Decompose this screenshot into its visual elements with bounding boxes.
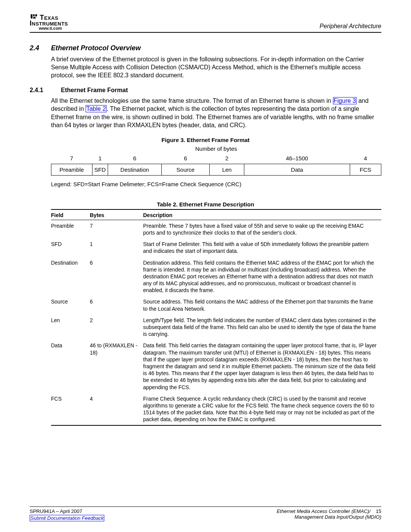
header-section-label: Peripheral Architecture xyxy=(320,23,381,30)
link-figure-3[interactable]: Figure 3 xyxy=(333,97,357,104)
table-row: Preamble 7 Preamble. These 7 bytes have … xyxy=(51,220,381,238)
frame-bytes-row: 7 1 6 6 2 46–1500 4 xyxy=(51,153,381,164)
bytes-0: 7 xyxy=(51,153,92,164)
bytes-5: 46–1500 xyxy=(244,153,350,164)
link-table-2[interactable]: Table 2 xyxy=(86,105,107,112)
cell-bytes: 4 xyxy=(90,393,143,426)
section-heading: 2.4 Ethernet Protocol Overview xyxy=(30,44,381,52)
table-row: Source 6 Source address. This field cont… xyxy=(51,296,381,314)
cell-bytes: 7 xyxy=(90,220,143,238)
bytes-4: 2 xyxy=(210,153,244,164)
cell-desc: Destination address. This field contains… xyxy=(143,257,381,296)
footer-rule xyxy=(30,506,381,507)
figure-frame: Number of bytes 7 1 6 6 2 46–1500 4 Prea… xyxy=(51,145,381,176)
bytes-2: 6 xyxy=(108,153,161,164)
cell-data: Data xyxy=(244,164,350,175)
desc-table: Field Bytes Description Preamble 7 Pream… xyxy=(51,209,381,426)
figure-legend: Legend: SFD=Start Frame Delimeter; FCS=F… xyxy=(51,181,381,187)
cell-field: Destination xyxy=(51,257,90,296)
figure-title: Figure 3. Ethernet Frame Format xyxy=(30,137,381,143)
cell-field: Source xyxy=(51,296,90,314)
subsection-number: 2.4.1 xyxy=(30,87,50,94)
cell-field: Preamble xyxy=(51,220,90,238)
bytes-1: 1 xyxy=(92,153,108,164)
footer-title-2: Management Data Input/Output (MDIO) xyxy=(295,514,381,520)
section-number: 2.4 xyxy=(30,44,44,52)
th-bytes: Bytes xyxy=(90,209,143,220)
text-pre: All the Ethernet technologies use the sa… xyxy=(51,97,333,104)
section-title: Ethernet Protocol Overview xyxy=(51,44,141,52)
frame-table: 7 1 6 6 2 46–1500 4 Preamble SFD Destina… xyxy=(51,153,381,176)
table-header-row: Field Bytes Description xyxy=(51,209,381,220)
cell-field: Len xyxy=(51,315,90,340)
cell-desc: Preamble. These 7 bytes have a fixed val… xyxy=(143,220,381,238)
cell-desc: Source address. This field contains the … xyxy=(143,296,381,314)
cell-desc: Length/Type field. The length field indi… xyxy=(143,315,381,340)
doc-id: SPRU941A – April 2007 xyxy=(30,508,82,514)
cell-desc: Frame Check Sequence. A cyclic redundanc… xyxy=(143,393,381,426)
bytes-6: 4 xyxy=(350,153,381,164)
cell-field: Data xyxy=(51,340,90,393)
cell-preamble: Preamble xyxy=(51,164,92,175)
page-header: Texas Instruments www.ti.com Peripheral … xyxy=(30,11,381,30)
subsection-title: Ethernet Frame Format xyxy=(61,87,128,94)
page-number: 15 xyxy=(376,508,381,514)
table-row: Data 46 to (RXMAXLEN - 18) Data field. T… xyxy=(51,340,381,393)
page: Texas Instruments www.ti.com Peripheral … xyxy=(0,0,411,532)
ti-chip-icon xyxy=(30,12,38,22)
header-rule xyxy=(30,32,381,33)
cell-len: Len xyxy=(210,164,244,175)
table-row: Destination 6 Destination address. This … xyxy=(51,257,381,296)
table-row: Len 2 Length/Type field. The length fiel… xyxy=(51,315,381,340)
bytes-3: 6 xyxy=(161,153,210,164)
page-footer: SPRU941A – April 2007 Submit Documentati… xyxy=(30,506,381,521)
cell-desc: Data field. This field carries the datag… xyxy=(143,340,381,393)
submit-feedback-link[interactable]: Submit Documentation Feedback xyxy=(30,515,104,521)
table-row: FCS 4 Frame Check Sequence. A cyclic red… xyxy=(51,393,381,426)
cell-fcs: FCS xyxy=(350,164,381,175)
table-title: Table 2. Ethernet Frame Description xyxy=(30,201,381,208)
frame-cells-row: Preamble SFD Destination Source Len Data… xyxy=(51,164,381,175)
cell-bytes: 2 xyxy=(90,315,143,340)
footer-title-1: Ethernet Media Access Controller (EMAC)/ xyxy=(277,508,371,514)
cell-bytes: 1 xyxy=(90,238,143,257)
ti-logo: Texas Instruments www.ti.com xyxy=(30,11,68,30)
cell-bytes: 6 xyxy=(90,257,143,296)
subsection-heading: 2.4.1 Ethernet Frame Format xyxy=(30,87,381,94)
th-field: Field xyxy=(51,209,90,220)
num-bytes-label: Number of bytes xyxy=(51,145,381,152)
cell-bytes: 6 xyxy=(90,296,143,314)
cell-field: SFD xyxy=(51,238,90,257)
cell-sfd: SFD xyxy=(92,164,108,175)
cell-dest: Destination xyxy=(108,164,161,175)
th-desc: Description xyxy=(143,209,381,220)
cell-desc: Start of Frame Delimiter. This field wit… xyxy=(143,238,381,257)
cell-field: FCS xyxy=(51,393,90,426)
cell-source: Source xyxy=(161,164,210,175)
section-intro: A brief overview of the Ethernet protoco… xyxy=(51,55,381,79)
subsection-body: All the Ethernet technologies use the sa… xyxy=(51,97,381,129)
cell-bytes: 46 to (RXMAXLEN - 18) xyxy=(90,340,143,393)
table-row: SFD 1 Start of Frame Delimiter. This fie… xyxy=(51,238,381,257)
